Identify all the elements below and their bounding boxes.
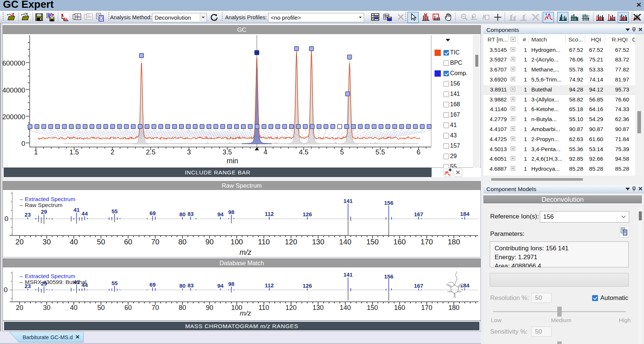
svg-text:70: 70 xyxy=(152,304,159,311)
svg-text:156: 156 xyxy=(384,273,393,280)
svg-text:150: 150 xyxy=(367,304,378,311)
svg-text:112: 112 xyxy=(265,282,274,288)
svg-text:130: 130 xyxy=(313,304,324,311)
svg-text:20: 20 xyxy=(16,304,23,311)
svg-text:NH: NH xyxy=(458,290,462,293)
svg-text:HN: HN xyxy=(448,290,452,293)
svg-text:140: 140 xyxy=(340,304,351,311)
svg-text:120: 120 xyxy=(285,304,297,311)
svg-text:40: 40 xyxy=(70,304,77,311)
svg-text:m/z: m/z xyxy=(240,309,251,317)
svg-text:0: 0 xyxy=(4,286,8,294)
svg-text:90: 90 xyxy=(206,304,213,311)
svg-text:167: 167 xyxy=(414,283,423,289)
svg-text:94: 94 xyxy=(217,283,224,289)
svg-text:141: 141 xyxy=(343,271,353,278)
svg-text:170: 170 xyxy=(421,304,432,311)
svg-text:55: 55 xyxy=(112,280,118,286)
svg-text:50: 50 xyxy=(97,304,105,311)
svg-text:184: 184 xyxy=(460,282,470,288)
svg-text:80: 80 xyxy=(179,304,186,311)
svg-text:110: 110 xyxy=(258,304,269,311)
svg-text:180: 180 xyxy=(448,304,459,311)
svg-text:160: 160 xyxy=(394,304,405,311)
svg-text:69: 69 xyxy=(149,281,156,288)
svg-text:98: 98 xyxy=(228,281,234,287)
svg-text:126: 126 xyxy=(303,283,312,289)
svg-text:30: 30 xyxy=(43,304,50,311)
svg-text:83: 83 xyxy=(188,282,194,288)
svg-text:60: 60 xyxy=(125,304,132,311)
svg-text:80: 80 xyxy=(179,283,186,289)
